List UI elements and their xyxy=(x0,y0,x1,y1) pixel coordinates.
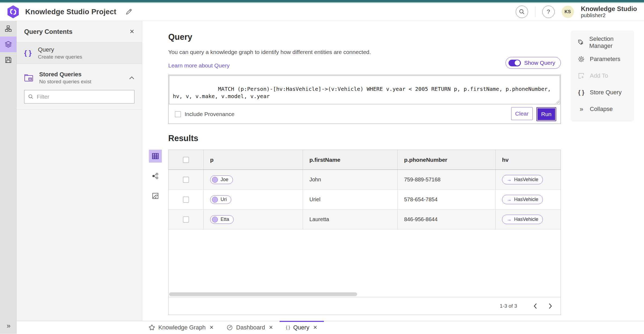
expand-rail-button[interactable]: » xyxy=(0,322,17,330)
gear-icon xyxy=(578,56,585,63)
tab-query[interactable]: { } Query ✕ xyxy=(280,321,324,334)
close-tab-icon[interactable]: ✕ xyxy=(269,324,273,331)
search-icon xyxy=(519,9,525,15)
run-button[interactable]: Run xyxy=(536,107,556,121)
node-chip[interactable]: Etta xyxy=(210,215,234,224)
stored-queries-label: Stored Queries xyxy=(39,71,91,78)
braces-icon: { } xyxy=(286,325,290,330)
stored-queries-section[interactable]: Stored Queries No stored queries exist xyxy=(17,67,142,87)
node-dot-icon xyxy=(212,177,218,183)
edit-project-name-icon[interactable] xyxy=(125,8,132,15)
help-button[interactable]: ? xyxy=(542,6,555,18)
chevron-right-icon xyxy=(548,303,552,309)
edge-chip[interactable]: → HasVehicle xyxy=(502,175,543,184)
edge-chip[interactable]: → HasVehicle xyxy=(502,195,543,204)
app-logo-icon xyxy=(7,5,19,19)
column-header-phonenumber[interactable]: p.phoneNumber xyxy=(404,157,447,163)
menu-item-label: Add To xyxy=(590,72,608,79)
node-chip[interactable]: Joe xyxy=(210,175,233,184)
scrollbar-thumb[interactable] xyxy=(169,292,357,296)
layers-icon xyxy=(5,41,12,48)
header-divider xyxy=(535,6,535,17)
edge-chip-label: HasVehicle xyxy=(514,217,538,222)
cell-firstname: Lauretta xyxy=(309,216,329,222)
include-provenance-label: Include Provenance xyxy=(185,111,235,117)
horizontal-scrollbar[interactable] xyxy=(169,292,561,297)
product-name: Knowledge Studio xyxy=(581,5,637,13)
braces-icon: { } xyxy=(24,49,31,57)
tab-label: Dashboard xyxy=(236,324,265,331)
query-textarea[interactable]: MATCH (p:Person)-[hv:HasVehicle]->(v:Veh… xyxy=(169,76,560,104)
results-table: p p.firstName p.phoneNumber hv xyxy=(168,150,561,315)
query-item-description: Create new queries xyxy=(38,54,82,60)
store-query-button[interactable]: { } Store Query xyxy=(572,84,633,101)
row-checkbox[interactable] xyxy=(183,177,189,183)
row-checkbox[interactable] xyxy=(183,217,189,222)
tab-label: Query xyxy=(293,324,309,331)
column-header-firstname[interactable]: p.firstName xyxy=(309,157,341,163)
node-dot-icon xyxy=(212,197,218,203)
panel-item-query[interactable]: { } Query Create new queries xyxy=(17,42,142,64)
graph-view-button[interactable] xyxy=(149,170,162,182)
close-tab-icon[interactable]: ✕ xyxy=(313,324,317,331)
next-page-button[interactable] xyxy=(544,300,557,313)
clear-button[interactable]: Clear xyxy=(511,107,533,120)
menu-item-label: Selection Manager xyxy=(589,35,627,49)
row-checkbox[interactable] xyxy=(183,197,189,203)
username: publisher2 xyxy=(581,12,637,19)
table-row: Etta Lauretta 846-956-8644 → HasVehicle xyxy=(169,210,561,229)
query-page-title: Query xyxy=(168,21,561,42)
selection-manager-button[interactable]: Selection Manager xyxy=(572,34,633,51)
avatar[interactable]: KS xyxy=(562,6,574,18)
arrow-right-icon: → xyxy=(507,177,511,182)
query-actions-menu: Selection Manager Parameters xyxy=(572,31,633,121)
rail-item-hierarchy[interactable] xyxy=(0,21,17,37)
bottom-tab-bar: Knowledge Graph ✕ Dashboard ✕ { } Query xyxy=(17,321,644,334)
table-row: Uri Uriel 578-654-7854 → HasVehicle xyxy=(169,190,561,210)
previous-page-button[interactable] xyxy=(529,300,542,313)
search-button[interactable] xyxy=(516,6,528,18)
query-description: You can query a knowledge graph to ident… xyxy=(168,49,371,55)
parameters-button[interactable]: Parameters xyxy=(572,51,633,67)
map-view-button[interactable] xyxy=(149,189,162,202)
table-empty-area xyxy=(169,229,561,292)
table-row: Joe John 759-889-57168 → HasVehicle xyxy=(169,170,561,190)
table-view-button[interactable] xyxy=(149,150,162,163)
main-area: Query You can query a knowledge graph to… xyxy=(142,21,644,321)
resize-handle[interactable] xyxy=(555,100,559,103)
include-provenance-checkbox[interactable] xyxy=(175,111,181,117)
show-query-toggle[interactable]: Show Query xyxy=(506,57,561,69)
cell-phonenumber: 846-956-8644 xyxy=(404,216,438,222)
tab-dashboard[interactable]: Dashboard ✕ xyxy=(220,321,280,334)
selection-manager-icon xyxy=(577,39,584,46)
chevron-up-icon[interactable] xyxy=(129,76,134,80)
query-contents-panel: Query Contents ✕ { } Query Create new qu… xyxy=(17,21,142,321)
panel-title: Query Contents xyxy=(24,28,72,35)
stored-queries-description: No stored queries exist xyxy=(39,79,91,85)
table-header-row: p p.firstName p.phoneNumber hv xyxy=(169,150,561,170)
edge-chip[interactable]: → HasVehicle xyxy=(502,215,543,224)
node-chip[interactable]: Uri xyxy=(210,195,231,204)
close-panel-icon[interactable]: ✕ xyxy=(130,28,134,35)
query-item-label: Query xyxy=(38,46,82,53)
node-chip-label: Uri xyxy=(221,197,227,202)
rail-item-layers[interactable] xyxy=(0,37,17,52)
chevrons-right-icon: » xyxy=(577,105,585,113)
collapse-button[interactable]: » Collapse xyxy=(572,101,633,117)
avatar-initials: KS xyxy=(565,9,571,15)
rail-item-save[interactable] xyxy=(0,52,17,68)
learn-more-link[interactable]: Learn more about Query xyxy=(168,62,230,69)
edge-chip-label: HasVehicle xyxy=(514,177,538,182)
show-query-label: Show Query xyxy=(524,60,555,66)
knowledge-graph-icon xyxy=(149,324,155,331)
filter-input[interactable]: Filter xyxy=(24,90,134,103)
stored-queries-folder-icon xyxy=(24,74,33,82)
column-header-hv[interactable]: hv xyxy=(502,157,509,163)
cell-phonenumber: 759-889-57168 xyxy=(404,177,441,183)
column-header-p[interactable]: p xyxy=(210,157,214,163)
select-all-checkbox[interactable] xyxy=(183,157,189,163)
tab-knowledge-graph[interactable]: Knowledge Graph ✕ xyxy=(142,321,220,334)
left-rail: » xyxy=(0,21,17,334)
table-footer: 1-3 of 3 xyxy=(169,297,561,315)
close-tab-icon[interactable]: ✕ xyxy=(209,324,214,331)
